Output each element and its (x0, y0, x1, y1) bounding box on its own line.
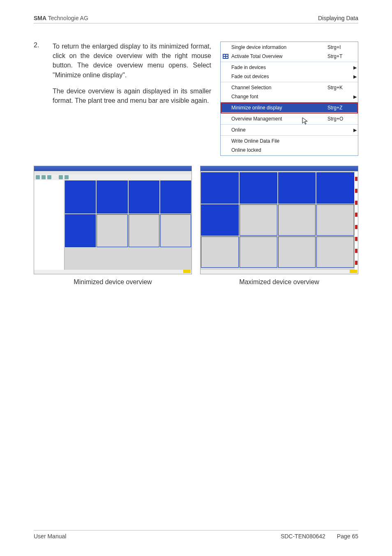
menu-group-2: Fade in devices ▶ Fade out devices ▶ (221, 62, 358, 82)
step-paragraph-2: The device overview is again displayed i… (53, 86, 211, 105)
menu-item-fade-in[interactable]: Fade in devices ▶ (221, 63, 358, 72)
screenshot-maximized-overview (200, 166, 358, 274)
svg-rect-0 (223, 54, 228, 59)
screenshot-minimized-overview (34, 166, 192, 274)
header-section: Displaying Data (318, 15, 358, 21)
blank-icon (221, 146, 231, 155)
context-menu: Single device information Strg+I Activat… (220, 42, 358, 156)
brand-bold: SMA (34, 15, 46, 21)
footer-code: SDC-TEN080642 (281, 533, 325, 540)
svg-rect-3 (224, 57, 225, 58)
menu-item-online-locked[interactable]: Online locked (221, 146, 358, 155)
menu-group-1: Single device information Strg+I Activat… (221, 42, 358, 62)
blank-icon (221, 92, 231, 101)
page-header: SMA Technologie AG Displaying Data (34, 15, 358, 21)
blank-icon (221, 125, 231, 134)
step-paragraph-1: To return the enlarged display to its mi… (53, 42, 211, 80)
svg-rect-4 (226, 57, 228, 58)
menu-group-6: Online ▶ (221, 125, 358, 136)
step-body: To return the enlarged display to its mi… (53, 42, 211, 112)
blank-icon (221, 63, 231, 72)
blank-icon (221, 137, 231, 146)
menu-item-overview-management[interactable]: Overview Management Strg+O (221, 114, 358, 123)
blank-icon (221, 114, 231, 123)
svg-rect-1 (224, 55, 225, 56)
menu-item-online[interactable]: Online ▶ (221, 125, 358, 134)
blank-icon (221, 83, 231, 92)
menu-item-minimize-online-display[interactable]: Minimize online display Strg+Z (221, 103, 358, 112)
blank-icon (221, 43, 231, 52)
menu-group-4: Minimize online display Strg+Z (221, 102, 358, 114)
context-menu-screenshot: Single device information Strg+I Activat… (220, 42, 358, 156)
caption-maximized: Maximized device overview (239, 278, 319, 286)
menu-group-7: Write Online Data File Online locked (221, 136, 358, 155)
menu-group-5: Overview Management Strg+O (221, 114, 358, 125)
footer-page: Page 65 (337, 533, 358, 540)
menu-item-single-device-info[interactable]: Single device information Strg+I (221, 43, 358, 52)
overview-icon (221, 52, 231, 61)
menu-item-fade-out[interactable]: Fade out devices ▶ (221, 72, 358, 81)
blank-icon (221, 103, 231, 112)
page-footer: User Manual SDC-TEN080642 Page 65 (34, 530, 358, 540)
footer-left: User Manual (34, 533, 66, 540)
brand-rest: Technologie AG (46, 15, 88, 21)
caption-minimized: Minimized device overview (74, 278, 152, 286)
header-rule (34, 23, 358, 23)
header-brand: SMA Technologie AG (34, 15, 88, 21)
menu-item-write-online-data-file[interactable]: Write Online Data File (221, 137, 358, 146)
footer-rule (34, 530, 358, 531)
menu-group-3: Channel Selection Strg+K Change font ▶ (221, 82, 358, 102)
blank-icon (221, 72, 231, 81)
menu-item-activate-total-overview[interactable]: Activate Total Overview Strg+T (221, 52, 358, 61)
menu-item-change-font[interactable]: Change font ▶ (221, 92, 358, 101)
svg-rect-2 (226, 55, 228, 56)
step-number: 2. (34, 42, 45, 112)
menu-item-channel-selection[interactable]: Channel Selection Strg+K (221, 83, 358, 92)
